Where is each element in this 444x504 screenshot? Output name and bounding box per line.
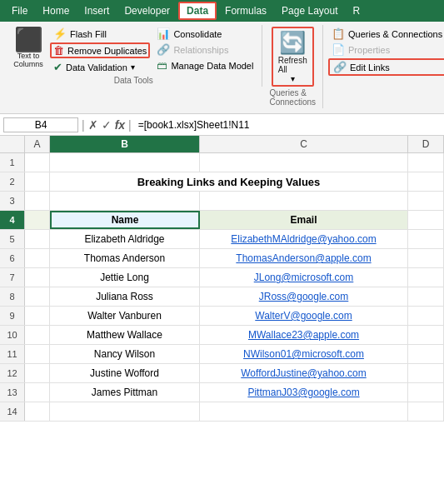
- cell-d3[interactable]: [408, 192, 444, 210]
- cell-c12[interactable]: WoffordJustine@yahoo.com: [200, 364, 408, 382]
- cell-b5[interactable]: Elizabeth Aldridge: [50, 230, 200, 248]
- relationships-button[interactable]: 🔗 Relationships: [153, 42, 257, 57]
- cell-a3[interactable]: [25, 192, 50, 210]
- cell-b11[interactable]: Nancy Wilson: [50, 345, 200, 363]
- menu-formulas[interactable]: Formulas: [218, 3, 273, 18]
- col-header-c[interactable]: C: [200, 136, 408, 152]
- menu-insert[interactable]: Insert: [77, 3, 116, 18]
- table-row: 12 Justine Wofford WoffordJustine@yahoo.…: [0, 364, 444, 383]
- table-row: 3: [0, 192, 444, 211]
- cell-c9[interactable]: WalterV@google.com: [200, 307, 408, 325]
- cell-b3[interactable]: [50, 192, 200, 210]
- row-num-5: 5: [0, 230, 25, 248]
- cell-d10[interactable]: [408, 326, 444, 344]
- cell-d11[interactable]: [408, 345, 444, 363]
- cell-b14[interactable]: [50, 402, 200, 421]
- cell-b13[interactable]: James Pittman: [50, 383, 200, 402]
- cell-b7[interactable]: Jettie Long: [50, 268, 200, 287]
- menu-more[interactable]: R: [347, 3, 367, 18]
- cell-c8[interactable]: JRoss@google.com: [200, 287, 408, 306]
- menu-home[interactable]: Home: [36, 3, 76, 18]
- cell-d1[interactable]: [408, 153, 444, 172]
- manage-data-model-label: Manage Data Model: [171, 61, 253, 71]
- data-validation-button[interactable]: ✔ Data Validation ▾: [50, 60, 150, 74]
- cell-a9[interactable]: [25, 307, 50, 325]
- cell-c3[interactable]: [200, 192, 408, 210]
- remove-duplicates-icon: 🗑: [53, 44, 64, 57]
- cell-d9[interactable]: [408, 307, 444, 325]
- cell-c14[interactable]: [200, 402, 408, 421]
- cell-c1[interactable]: [200, 153, 408, 172]
- consolidate-label: Consolidate: [173, 29, 222, 39]
- cell-c4[interactable]: Email: [200, 211, 408, 229]
- cell-b1[interactable]: [50, 153, 200, 172]
- cell-a6[interactable]: [25, 249, 50, 267]
- text-to-columns-label: Text toColumns: [13, 52, 43, 69]
- table-row: 2 Breaking Links and Keeping Values: [0, 172, 444, 192]
- row-num-9: 9: [0, 307, 25, 325]
- menu-developer[interactable]: Developer: [117, 3, 177, 18]
- name-box[interactable]: [3, 117, 78, 132]
- data-validation-dropdown-icon[interactable]: ▾: [131, 62, 135, 72]
- confirm-icon[interactable]: ✓: [102, 118, 112, 132]
- cell-a13[interactable]: [25, 383, 50, 402]
- cell-a4[interactable]: [25, 211, 50, 229]
- cell-b8[interactable]: Juliana Ross: [50, 287, 200, 306]
- cell-a8[interactable]: [25, 287, 50, 306]
- cell-c6[interactable]: ThomasAnderson@apple.com: [200, 249, 408, 267]
- cell-d12[interactable]: [408, 364, 444, 382]
- cell-a5[interactable]: [25, 230, 50, 248]
- row-num-12: 12: [0, 364, 25, 382]
- menu-file[interactable]: File: [5, 3, 34, 18]
- cell-c11[interactable]: NWilson01@microsoft.com: [200, 345, 408, 363]
- cell-a12[interactable]: [25, 364, 50, 382]
- cell-a7[interactable]: [25, 268, 50, 287]
- menu-page-layout[interactable]: Page Layout: [275, 3, 344, 18]
- manage-data-model-button[interactable]: 🗃 Manage Data Model: [153, 58, 257, 72]
- col-header-b[interactable]: B: [50, 136, 200, 152]
- properties-button[interactable]: 📄 Properties: [328, 42, 444, 57]
- cell-a14[interactable]: [25, 402, 50, 421]
- cell-c7[interactable]: JLong@microsoft.com: [200, 268, 408, 287]
- cell-d13[interactable]: [408, 383, 444, 402]
- cell-c10[interactable]: MWallace23@apple.com: [200, 326, 408, 344]
- cell-d8[interactable]: [408, 287, 444, 306]
- cell-d7[interactable]: [408, 268, 444, 287]
- spreadsheet: A B C D 1 2 Breaking Links and Keeping V…: [0, 136, 444, 422]
- menu-data[interactable]: Data: [178, 2, 217, 20]
- edit-links-button[interactable]: 🔗 Edit Links: [328, 58, 444, 76]
- cell-b10[interactable]: Matthew Wallace: [50, 326, 200, 344]
- refresh-dropdown-icon[interactable]: ▾: [291, 74, 295, 83]
- cell-d6[interactable]: [408, 249, 444, 267]
- row-num-13: 13: [0, 383, 25, 402]
- formula-input[interactable]: [135, 118, 441, 132]
- cancel-icon[interactable]: ✗: [88, 118, 98, 132]
- cell-a2[interactable]: [25, 172, 50, 191]
- insert-function-icon[interactable]: fx: [115, 118, 125, 132]
- cell-d14[interactable]: [408, 402, 444, 421]
- col-header-d[interactable]: D: [408, 136, 444, 152]
- cell-c5[interactable]: ElizabethMAldridge@yahoo.com: [200, 230, 408, 248]
- cell-b2[interactable]: Breaking Links and Keeping Values: [50, 172, 408, 191]
- data-validation-icon: ✔: [53, 61, 62, 73]
- cell-c13[interactable]: PittmanJ03@google.com: [200, 383, 408, 402]
- cell-b12[interactable]: Justine Wofford: [50, 364, 200, 382]
- refresh-all-button[interactable]: 🔄 RefreshAll ▾: [272, 27, 314, 87]
- consolidate-button[interactable]: 📊 Consolidate: [153, 27, 257, 41]
- cell-b9[interactable]: Walter Vanburen: [50, 307, 200, 325]
- cell-b4[interactable]: Name: [50, 211, 200, 229]
- remove-duplicates-button[interactable]: 🗑 Remove Duplicates: [50, 42, 150, 58]
- cell-d2[interactable]: [408, 172, 444, 191]
- col-header-a[interactable]: A: [25, 136, 50, 152]
- cell-a1[interactable]: [25, 153, 50, 172]
- cell-b6[interactable]: Thomas Anderson: [50, 249, 200, 267]
- text-to-columns-button[interactable]: ⬛ Text toColumns: [10, 27, 47, 71]
- cell-a10[interactable]: [25, 326, 50, 344]
- cell-a11[interactable]: [25, 345, 50, 363]
- cell-d4[interactable]: [408, 211, 444, 229]
- flash-fill-button[interactable]: ⚡ Flash Fill: [50, 27, 150, 41]
- queries-connections-button[interactable]: 📋 Queries & Connections: [328, 27, 444, 41]
- cell-d5[interactable]: [408, 230, 444, 248]
- refresh-icon: 🔄: [279, 30, 306, 56]
- table-row: 13 James Pittman PittmanJ03@google.com: [0, 383, 444, 402]
